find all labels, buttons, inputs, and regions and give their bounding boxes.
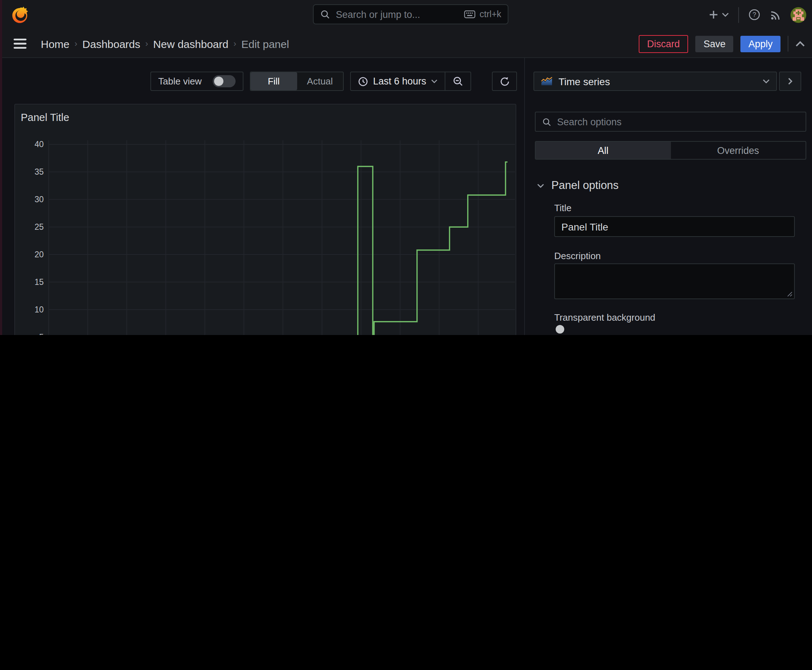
table-view-label: Table view <box>158 76 202 86</box>
fill-option[interactable]: Fill <box>251 72 297 90</box>
time-range-controls: Last 6 hours <box>350 71 471 91</box>
visualization-picker[interactable]: Time series <box>534 71 777 91</box>
svg-text:15: 15 <box>34 277 44 287</box>
user-avatar[interactable] <box>790 7 806 22</box>
grafana-edit-panel-window: Search or jump to... ctrl+k ? Home › Das… <box>0 0 812 335</box>
collapse-options-button[interactable] <box>779 71 801 91</box>
zoom-out-button[interactable] <box>446 72 471 90</box>
panel-card: Panel Title 051015202530354015:3016:0016… <box>14 104 516 335</box>
chevron-down-icon <box>763 79 770 84</box>
table-view-control: Table view <box>150 71 244 91</box>
tab-all[interactable]: All <box>536 142 671 159</box>
news-rss-icon[interactable] <box>770 9 781 20</box>
breadcrumb-separator-icon: › <box>140 39 153 49</box>
svg-text:?: ? <box>753 11 756 18</box>
edit-actions: Discard Save Apply <box>638 36 805 52</box>
new-menu-button[interactable] <box>708 9 729 20</box>
actual-option[interactable]: Actual <box>297 72 343 90</box>
time-series-chart[interactable]: 051015202530354015:3016:0016:3017:0017:3… <box>15 105 515 335</box>
panel-title-input[interactable] <box>554 216 795 237</box>
window-edge <box>0 0 2 335</box>
keyboard-icon <box>464 10 475 19</box>
svg-text:5: 5 <box>39 333 44 335</box>
search-icon <box>320 9 330 19</box>
description-textarea[interactable] <box>554 264 795 299</box>
collapse-pane-icon[interactable] <box>795 41 805 47</box>
breadcrumb-item-home[interactable]: Home <box>41 37 70 50</box>
plus-icon <box>708 9 719 20</box>
actions-divider <box>788 36 788 52</box>
topbar-divider <box>738 7 739 22</box>
hamburger-menu-icon[interactable] <box>14 39 27 49</box>
apply-button[interactable]: Apply <box>741 36 780 52</box>
options-search-placeholder: Search options <box>557 116 622 127</box>
svg-text:40: 40 <box>34 140 44 149</box>
breadcrumb-separator-icon: › <box>229 39 241 49</box>
time-range-label: Last 6 hours <box>373 76 426 86</box>
title-label: Title <box>554 203 571 213</box>
description-label: Description <box>554 250 601 261</box>
search-icon <box>542 117 551 126</box>
table-view-toggle[interactable] <box>213 75 236 87</box>
options-search-box[interactable]: Search options <box>535 112 806 132</box>
tab-overrides[interactable]: Overrides <box>671 142 805 159</box>
clock-icon <box>358 76 368 86</box>
svg-text:30: 30 <box>34 195 44 204</box>
svg-text:10: 10 <box>34 305 44 314</box>
search-shortcut: ctrl+k <box>480 9 501 19</box>
svg-text:25: 25 <box>34 222 44 232</box>
breadcrumb: Home › Dashboards › New dashboard › Edit… <box>41 29 289 58</box>
chevron-down-icon <box>722 12 729 17</box>
breadcrumb-item-edit-panel: Edit panel <box>241 37 289 50</box>
chevron-down-icon <box>431 79 438 84</box>
help-icon[interactable]: ? <box>748 8 760 21</box>
breadcrumb-separator-icon: › <box>70 39 82 49</box>
top-bar: Search or jump to... ctrl+k ? <box>0 0 812 29</box>
transparent-background-label: Transparent background <box>554 312 655 323</box>
options-scope-tabs: All Overrides <box>535 141 806 160</box>
svg-text:20: 20 <box>34 250 44 259</box>
breadcrumb-item-new-dashboard[interactable]: New dashboard <box>153 37 229 50</box>
nav-bar: Home › Dashboards › New dashboard › Edit… <box>0 29 812 58</box>
panel-options-header[interactable]: Panel options <box>537 179 619 192</box>
visualization-name: Time series <box>559 76 757 87</box>
breadcrumb-item-dashboards[interactable]: Dashboards <box>82 37 140 50</box>
search-placeholder: Search or jump to... <box>336 9 464 20</box>
timeseries-viz-icon <box>541 76 553 86</box>
save-button[interactable]: Save <box>696 36 734 52</box>
time-range-picker[interactable]: Last 6 hours <box>351 72 445 90</box>
refresh-button[interactable] <box>492 71 517 91</box>
grafana-logo[interactable] <box>12 6 30 24</box>
global-search-box[interactable]: Search or jump to... ctrl+k <box>313 4 509 24</box>
fill-actual-switcher: Fill Actual <box>250 71 344 91</box>
svg-text:35: 35 <box>34 167 44 176</box>
topbar-actions: ? <box>708 0 806 29</box>
discard-button[interactable]: Discard <box>638 35 688 52</box>
pane-divider <box>524 58 525 335</box>
panel-options-title: Panel options <box>551 179 619 192</box>
